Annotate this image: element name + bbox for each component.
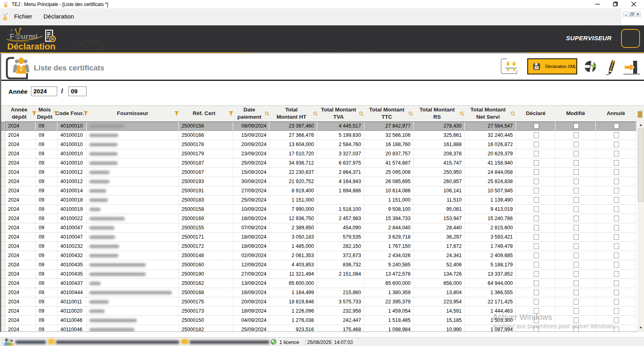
svg-text:urmi: urmi [21, 32, 37, 41]
svg-text:F: F [10, 32, 14, 41]
svg-text:Déclaration: Déclaration [7, 41, 56, 51]
